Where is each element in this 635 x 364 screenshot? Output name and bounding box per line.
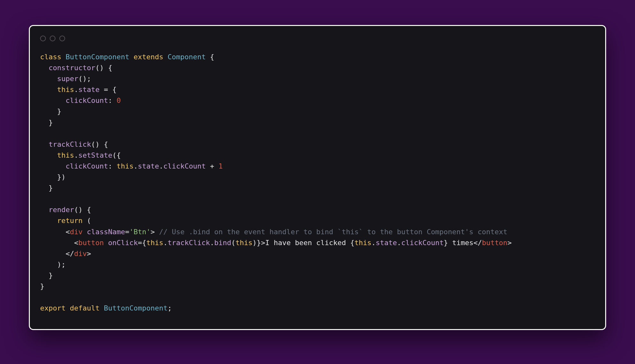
property: clickCount — [65, 96, 108, 104]
window-control-zoom-icon[interactable] — [59, 36, 65, 41]
angle: < — [65, 228, 70, 236]
indent — [40, 173, 57, 181]
indent — [40, 271, 49, 279]
window-control-minimize-icon[interactable] — [50, 36, 55, 41]
punct: = — [125, 228, 129, 236]
punct: = — [138, 239, 142, 247]
indent — [40, 75, 57, 83]
code-block[interactable]: class ButtonComponent extends Component … — [40, 52, 595, 314]
punct: (); — [78, 75, 91, 83]
punct: ( — [231, 239, 235, 247]
jsx-attr: className — [87, 228, 125, 236]
punct: { — [206, 53, 215, 61]
keyword: class — [40, 53, 61, 61]
indent — [40, 206, 49, 214]
punct: . — [163, 239, 167, 247]
space — [104, 239, 108, 247]
space — [82, 228, 87, 236]
keyword: extends — [133, 53, 163, 61]
class-name: ButtonComponent — [104, 304, 168, 312]
property: state — [78, 86, 99, 94]
jsx-text: I have been clicked — [265, 239, 350, 247]
this-keyword: this — [146, 239, 163, 247]
indent — [40, 184, 49, 192]
method: trackClick — [49, 140, 91, 148]
brace: } — [257, 239, 261, 247]
punct: : — [108, 96, 117, 104]
number: 0 — [116, 96, 121, 104]
brace: } — [444, 239, 448, 247]
property: clickCount — [65, 162, 108, 170]
punct: . — [371, 239, 376, 247]
this-keyword: this — [354, 239, 371, 247]
punct: . — [74, 86, 78, 94]
property: trackClick — [167, 239, 210, 247]
punct: ; — [167, 304, 172, 312]
space — [155, 228, 159, 236]
indent — [40, 86, 57, 94]
keyword: default — [70, 304, 100, 312]
punct: . — [210, 239, 214, 247]
indent — [40, 239, 74, 247]
code-editor-window: class ButtonComponent extends Component … — [29, 25, 606, 330]
punct: ({ — [112, 151, 121, 159]
this-keyword: this — [116, 162, 133, 170]
punct: . — [133, 162, 138, 170]
punct: ) — [252, 239, 257, 247]
brace: } — [57, 107, 61, 115]
operator: + — [206, 162, 219, 170]
angle: </ — [65, 250, 74, 258]
property: state — [376, 239, 397, 247]
indent — [40, 140, 49, 148]
indent — [40, 162, 65, 170]
punct: () { — [91, 140, 108, 148]
punct: ( — [82, 217, 91, 225]
call: setState — [78, 151, 112, 159]
brace: } — [40, 282, 44, 290]
jsx-tag: button — [482, 239, 507, 247]
indent — [40, 228, 65, 236]
jsx-text: times — [448, 239, 473, 247]
indent — [40, 250, 65, 258]
property: clickCount — [163, 162, 206, 170]
keyword: return — [57, 217, 82, 225]
jsx-tag: button — [78, 239, 104, 247]
brace: } — [49, 184, 53, 192]
indent — [40, 261, 57, 269]
brace: { — [350, 239, 354, 247]
punct: : — [108, 162, 117, 170]
this-keyword: this — [57, 151, 74, 159]
number: 1 — [218, 162, 223, 170]
brace: { — [142, 239, 146, 247]
this-keyword: this — [57, 86, 74, 94]
brace: }) — [57, 173, 66, 181]
angle: > — [150, 228, 155, 236]
indent — [40, 96, 65, 104]
angle: < — [74, 239, 78, 247]
window-control-close-icon[interactable] — [40, 36, 46, 41]
comment: // Use .bind on the event handler to bin… — [159, 228, 507, 236]
class-name: Component — [167, 53, 206, 61]
angle: > — [87, 250, 91, 258]
class-name: ButtonComponent — [65, 53, 129, 61]
jsx-tag: div — [70, 228, 83, 236]
punct: () { — [74, 206, 91, 214]
string: 'Btn' — [129, 228, 150, 236]
keyword: export — [40, 304, 65, 312]
indent — [40, 217, 57, 225]
indent — [40, 64, 49, 72]
jsx-attr: onClick — [108, 239, 138, 247]
brace: } — [49, 119, 53, 127]
punct: ); — [57, 261, 66, 269]
property: clickCount — [401, 239, 444, 247]
method: constructor — [49, 64, 96, 72]
method: render — [49, 206, 74, 214]
call: super — [57, 75, 78, 83]
angle: > — [261, 239, 265, 247]
punct: = { — [99, 86, 116, 94]
indent — [40, 107, 57, 115]
jsx-tag: div — [74, 250, 87, 258]
indent — [40, 151, 57, 159]
punct: . — [397, 239, 401, 247]
punct: . — [74, 151, 78, 159]
